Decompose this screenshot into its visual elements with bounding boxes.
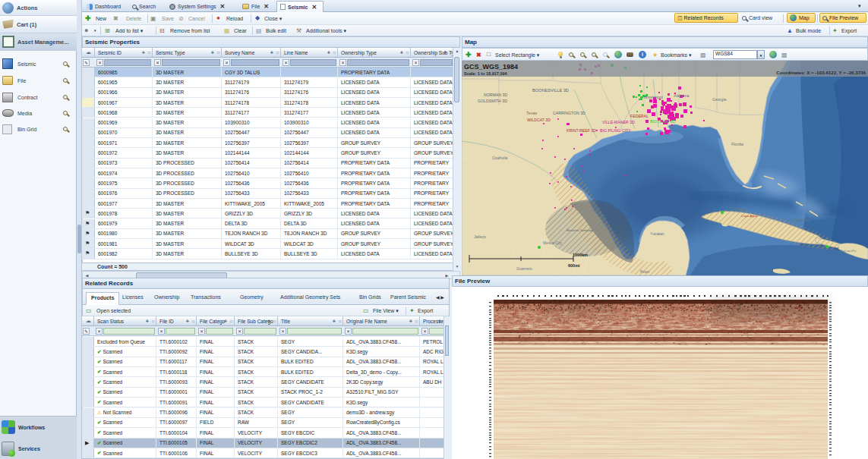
svg-text:Texas: Texas [526,111,537,115]
svg-text:1000km: 1000km [573,253,588,257]
svg-text:NORMAN 3D: NORMAN 3D [484,93,507,97]
svg-text:Havana: Havana [735,208,747,212]
svg-text:Yucatan: Yucatan [650,231,664,236]
svg-text:GOLDSMITH 3D: GOLDSMITH 3D [478,99,507,103]
svg-text:Alabama: Alabama [674,93,690,98]
svg-text:BOONESVILLE 3D: BOONESVILLE 3D [532,88,569,93]
svg-text:WILDCAT 3D: WILDCAT 3D [527,118,551,122]
svg-text:Mississippi: Mississippi [644,95,663,99]
svg-text:Jalisco: Jalisco [474,234,486,239]
svg-text:BIG GOLD 3D: BIG GOLD 3D [650,119,675,124]
svg-text:KRINT-REEF 3D: KRINT-REEF 3D [567,128,596,133]
svg-text:Peten: Peten [640,270,649,274]
svg-text:BIG PILING CITY: BIG PILING CITY [600,128,631,133]
svg-text:Port-au-Pri: Port-au-Pri [840,249,856,253]
svg-text:600mi: 600mi [568,263,580,268]
svg-text:Scale: 1 to 18,917,094: Scale: 1 to 18,917,094 [464,71,508,76]
svg-text:Georgia: Georgia [712,97,727,102]
svg-text:Matanzas: Matanzas [794,218,810,222]
svg-text:Coahuila: Coahuila [492,156,508,160]
svg-text:VILLE-MANER 3D: VILLE-MANER 3D [602,120,635,124]
svg-text:CARRINGTON 3D: CARRINGTON 3D [553,111,586,115]
svg-text:GCS_WGS_1984: GCS_WGS_1984 [464,63,518,71]
svg-text:Mexico City: Mexico City [543,241,562,245]
svg-text:Cayo Agua: Cayo Agua [741,214,758,218]
svg-text:Coordinates: X = -103.6122, Y: Coordinates: X = -103.6122, Y = -26.3736 [776,70,866,75]
svg-text:Guerrero: Guerrero [516,266,532,271]
svg-text:Florida: Florida [731,142,743,146]
svg-text:Reserva Tamaulip: Reserva Tamaulip [567,228,594,232]
svg-text:FEDERAL: FEDERAL [630,114,649,118]
